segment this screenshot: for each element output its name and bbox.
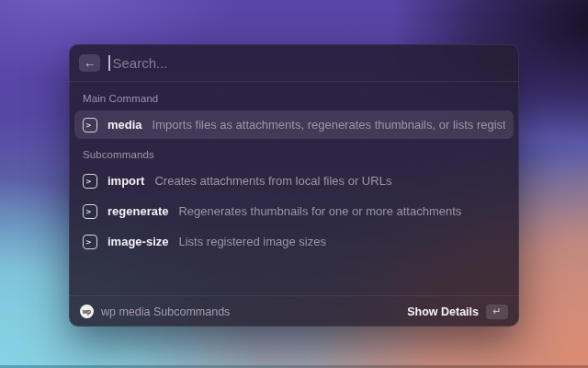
command-row-media[interactable]: >mediaImports files as attachments, rege… — [74, 110, 514, 139]
terminal-icon: > — [83, 204, 97, 219]
command-description: Regenerates thumbnails for one or more a… — [178, 204, 461, 218]
desktop-background: ← Main Command>mediaImports files as att… — [0, 0, 588, 368]
command-description: Creates attachments from local files or … — [154, 174, 391, 188]
back-arrow-icon: ← — [84, 55, 96, 71]
show-details-button[interactable]: Show Details — [407, 305, 479, 318]
terminal-icon: > — [83, 174, 97, 189]
command-description: Imports files as attachments, regenerate… — [153, 118, 505, 132]
command-name: media — [107, 118, 142, 132]
command-name: regenerate — [107, 204, 168, 218]
command-description: Lists registered image sizes — [178, 235, 325, 248]
command-row-image-size[interactable]: >image-sizeLists registered image sizes — [74, 227, 514, 256]
return-key-icon[interactable]: ↵ — [486, 305, 508, 319]
command-palette-window: ← Main Command>mediaImports files as att… — [69, 44, 519, 327]
wp-cli-logo-icon: wp — [80, 305, 94, 318]
section-header: Subcommands — [74, 141, 514, 167]
search-input[interactable] — [111, 55, 510, 71]
command-row-regenerate[interactable]: >regenerateRegenerates thumbnails for on… — [74, 197, 514, 225]
terminal-icon: > — [83, 118, 97, 132]
search-bar: ← — [69, 44, 519, 82]
command-name: import — [107, 174, 144, 188]
section-header: Main Command — [74, 86, 514, 110]
terminal-icon: > — [83, 235, 97, 249]
command-name: image-size — [107, 235, 168, 248]
back-button[interactable]: ← — [79, 54, 100, 72]
command-list: Main Command>mediaImports files as attac… — [69, 82, 519, 295]
command-row-import[interactable]: >importCreates attachments from local fi… — [74, 167, 514, 195]
footer-bar: wp wp media Subcommands Show Details ↵ — [69, 295, 519, 327]
footer-context-label: wp media Subcommands — [101, 305, 230, 318]
text-caret — [108, 55, 110, 71]
footer-actions: Show Details ↵ — [407, 305, 508, 319]
